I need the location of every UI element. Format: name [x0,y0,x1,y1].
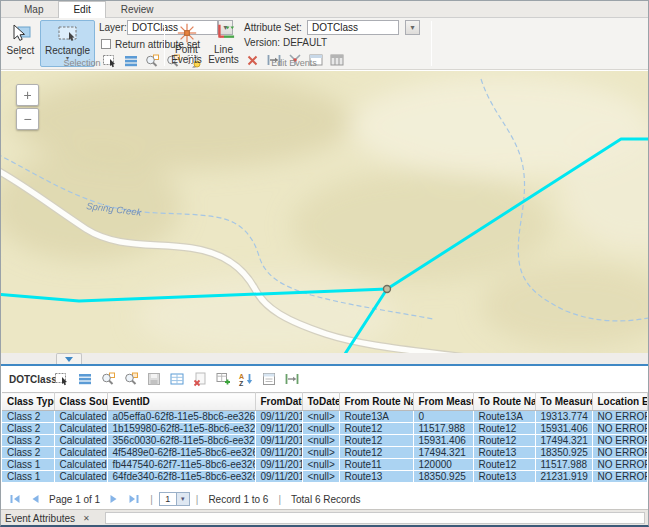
last-page-button[interactable] [127,493,141,505]
table-row[interactable]: Class 1Calculated64fde340-62f8-11e5-8bc6… [2,471,647,483]
measure-range-icon[interactable] [283,371,300,388]
column-header[interactable]: From Route Name [339,393,413,411]
zoom-out-button[interactable]: − [16,108,39,130]
column-header[interactable]: Class Source [54,393,107,411]
table-cell[interactable]: 1b159980-62f8-11e5-8bc6-ee32641d5ec9 [107,423,255,435]
return-attribute-set-checkbox[interactable] [101,39,111,49]
open-form-icon[interactable] [260,371,277,388]
close-tab-icon[interactable]: ✕ [83,514,90,523]
table-cell[interactable]: 09/11/2015 [255,435,302,447]
table-cell[interactable]: Route12 [473,435,535,447]
select-records-icon[interactable] [53,371,70,388]
table-cell[interactable]: Calculated [54,459,107,471]
table-cell[interactable]: <null> [302,459,339,471]
table-row[interactable]: Class 2Calculated1b159980-62f8-11e5-8bc6… [2,423,647,435]
save-edits-icon[interactable] [145,371,162,388]
column-header[interactable]: ToDate [302,393,339,411]
table-cell[interactable]: NO ERROR [592,471,647,483]
table-cell[interactable]: Route12 [473,423,535,435]
column-header[interactable]: EventID [107,393,255,411]
delete-record-icon[interactable] [191,371,208,388]
table-cell[interactable]: Route12 [339,423,413,435]
column-header[interactable]: Location Error [592,393,647,411]
pan-to-record-icon[interactable] [122,371,139,388]
table-cell[interactable]: 120000 [413,459,473,471]
table-row[interactable]: Class 2Calculated356c0030-62f8-11e5-8bc6… [2,435,647,447]
tab-map[interactable]: Map [9,1,58,18]
table-cell[interactable]: 17494.321 [413,447,473,459]
table-cell[interactable]: Route12 [473,459,535,471]
column-header[interactable]: From Measure [413,393,473,411]
table-cell[interactable]: Calculated [54,423,107,435]
table-cell[interactable]: Class 2 [2,447,54,459]
table-cell[interactable]: 09/11/2015 [255,411,302,423]
table-cell[interactable]: Class 2 [2,435,54,447]
attribute-set-dropdown-arrow[interactable]: ▾ [405,20,420,35]
table-cell[interactable]: 09/11/2015 [255,447,302,459]
column-header[interactable]: Class Type [2,393,54,411]
collapse-panel-button[interactable] [56,353,82,364]
previous-page-button[interactable] [28,493,42,505]
table-cell[interactable]: 09/11/2015 [255,423,302,435]
table-cell[interactable]: Route13 [473,471,535,483]
table-cell[interactable]: Route12 [339,447,413,459]
table-cell[interactable]: Calculated [54,411,107,423]
table-cell[interactable]: 11517.988 [535,459,592,471]
table-cell[interactable]: 0 [413,411,473,423]
table-row[interactable]: Class 1Calculatedfb447540-62f7-11e5-8bc6… [2,459,647,471]
add-record-icon[interactable] [214,371,231,388]
table-cell[interactable]: 09/11/2015 [255,471,302,483]
table-cell[interactable]: NO ERROR [592,411,647,423]
table-cell[interactable]: Route11 [339,459,413,471]
zoom-to-record-icon[interactable] [99,371,116,388]
map-view[interactable]: Spring Creek + − [1,71,648,353]
page-number-input[interactable]: 1 [159,492,177,506]
table-cell[interactable]: Class 2 [2,411,54,423]
sort-records-icon[interactable]: AZ [237,371,254,388]
column-header[interactable]: To Measure [535,393,592,411]
show-selected-records-icon[interactable] [76,371,93,388]
table-cell[interactable]: Calculated [54,471,107,483]
table-cell[interactable]: Route13A [473,411,535,423]
table-cell[interactable]: Class 1 [2,471,54,483]
table-cell[interactable]: 4f5489e0-62f8-11e5-8bc6-ee32641d5ec9 [107,447,255,459]
table-cell[interactable]: <null> [302,423,339,435]
table-cell[interactable]: Route13 [473,447,535,459]
table-cell[interactable]: <null> [302,471,339,483]
table-cell[interactable]: Class 1 [2,459,54,471]
table-cell[interactable]: Calculated [54,435,107,447]
attribute-grid-icon[interactable] [168,371,185,388]
table-cell[interactable]: 18350.925 [535,447,592,459]
column-header[interactable]: To Route Name [473,393,535,411]
zoom-in-button[interactable]: + [16,84,39,106]
table-cell[interactable]: fb447540-62f7-11e5-8bc6-ee32641d5ec9 [107,459,255,471]
table-cell[interactable]: Calculated [54,447,107,459]
table-cell[interactable]: NO ERROR [592,435,647,447]
table-cell[interactable]: 17494.321 [535,435,592,447]
table-cell[interactable]: 11517.988 [413,423,473,435]
table-cell[interactable]: NO ERROR [592,423,647,435]
table-cell[interactable]: <null> [302,447,339,459]
next-page-button[interactable] [107,493,121,505]
attribute-set-dropdown[interactable]: DOTClass [307,20,399,35]
table-cell[interactable]: Route13A [339,411,413,423]
tab-event-attributes[interactable]: Event Attributes ✕ [5,511,90,526]
first-page-button[interactable] [8,493,22,505]
tab-edit[interactable]: Edit [58,1,105,18]
table-row[interactable]: Class 2Calculated4f5489e0-62f8-11e5-8bc6… [2,447,647,459]
table-cell[interactable]: Route12 [339,435,413,447]
table-cell[interactable]: 21231.919 [535,471,592,483]
table-cell[interactable]: 15931.406 [413,435,473,447]
table-cell[interactable]: a05effa0-62f8-11e5-8bc6-ee32641d5ec9 [107,411,255,423]
table-cell[interactable]: 356c0030-62f8-11e5-8bc6-ee32641d5ec9 [107,435,255,447]
table-cell[interactable]: 15931.406 [535,423,592,435]
table-cell[interactable]: 09/11/2015 [255,459,302,471]
route-junction-marker[interactable] [384,286,391,293]
table-cell[interactable]: Route13 [339,471,413,483]
table-row[interactable]: Class 2Calculateda05effa0-62f8-11e5-8bc6… [2,411,647,423]
page-number-dropdown-arrow[interactable]: ▾ [177,492,190,506]
column-header[interactable]: FromDate [255,393,302,411]
table-cell[interactable]: 19313.774 [535,411,592,423]
table-cell[interactable]: 64fde340-62f8-11e5-8bc6-ee32641d5ec9 [107,471,255,483]
tab-review[interactable]: Review [106,1,169,18]
